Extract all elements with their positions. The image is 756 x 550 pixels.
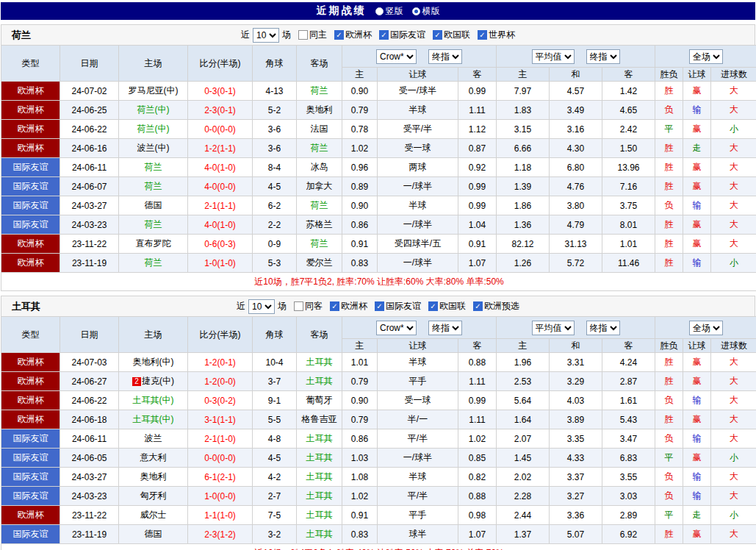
- summary-line: 近10场，胜4平2负4, 胜率:40% 让胜率:50% 大率:70% 单率:70…: [1, 544, 756, 550]
- euro-bookmaker-select[interactable]: 平均值: [532, 49, 575, 64]
- match-score: 2-3(1-2): [188, 525, 253, 544]
- home-team-name: 荷兰: [145, 257, 162, 268]
- competition-filter-nations-league[interactable]: 欧国联: [428, 300, 466, 312]
- home-team: 德国: [119, 525, 188, 544]
- asian-handicap: 受一球: [378, 139, 458, 158]
- home-team-name: 意大利: [140, 452, 167, 463]
- match-date: 23-11-19: [60, 254, 119, 273]
- asian-handicap: 两球: [378, 158, 458, 177]
- match-date: 24-06-05: [60, 449, 119, 468]
- competition-filter-friendly[interactable]: 国际友谊: [375, 300, 421, 312]
- asian-time-select[interactable]: 终指: [428, 49, 462, 64]
- match-date: 24-06-16: [60, 139, 119, 158]
- euro-away-col: 客: [602, 68, 655, 82]
- col-header-type: 类型: [1, 317, 60, 353]
- euro-draw-odds: 6.80: [550, 158, 602, 177]
- asian-away-odds: 0.99: [458, 196, 497, 215]
- competition-checkbox[interactable]: [478, 30, 487, 40]
- radio-icon[interactable]: [412, 7, 420, 15]
- col-header-score: 比分(半场): [188, 317, 253, 353]
- home-team: 荷兰(中): [119, 120, 188, 139]
- asian-bookmaker-select[interactable]: Crow*: [376, 49, 417, 64]
- asian-handicap: 受平/半: [378, 120, 458, 139]
- euro-home-odds: 1.86: [497, 196, 550, 215]
- page-title: 近期战绩: [317, 4, 367, 18]
- result-wdl: 胜: [655, 158, 683, 177]
- result-wdl: 胜: [655, 372, 683, 391]
- match-count-select[interactable]: 10: [253, 28, 279, 43]
- euro-home-odds: 82.12: [497, 235, 550, 254]
- corners-score: 2-2: [253, 215, 297, 235]
- competition-checkbox[interactable]: [428, 301, 438, 311]
- competition-checkbox[interactable]: [473, 301, 483, 311]
- result-scope-select[interactable]: 全场: [689, 321, 723, 335]
- same-venue-filter[interactable]: 同客: [294, 300, 323, 312]
- corners-score: 5-3: [253, 254, 297, 273]
- euro-away-odds: 1.61: [602, 391, 655, 410]
- home-team: 荷兰: [119, 158, 188, 177]
- euro-away-odds: 5.43: [602, 410, 655, 429]
- title-bar: 近期战绩 竖版 横版: [1, 2, 755, 20]
- layout-option-vertical[interactable]: 竖版: [375, 5, 403, 18]
- competition-filter-nations-league[interactable]: 欧国联: [433, 29, 470, 41]
- match-count-select[interactable]: 10: [248, 299, 275, 314]
- team-name: 荷兰: [12, 29, 31, 42]
- competition-filter-euro-qualifiers[interactable]: 欧洲预选: [473, 300, 519, 312]
- home-team: 荷兰(中): [119, 101, 188, 120]
- match-date: 23-11-22: [60, 506, 119, 525]
- match-type-badge: 欧洲杯: [1, 506, 60, 525]
- same-venue-checkbox[interactable]: [298, 30, 308, 40]
- corners-score: 10-4: [253, 353, 297, 372]
- match-row: 欧洲杯24-06-18土耳其(中)3-1(1-1)5-5格鲁吉亚0.79半/一1…: [1, 410, 756, 429]
- asian-handicap-col: 让球: [378, 339, 458, 353]
- euro-home-odds: 1.39: [497, 177, 550, 196]
- away-team: 土耳其: [297, 506, 342, 525]
- home-team-name: 荷兰: [145, 162, 162, 172]
- competition-filter-euro[interactable]: 欧洲杯: [334, 29, 372, 41]
- layout-option-horizontal[interactable]: 横版: [412, 5, 440, 18]
- competition-filter-euro[interactable]: 欧洲杯: [330, 300, 367, 312]
- match-score: 1-0(0-0): [188, 487, 253, 506]
- asian-time-select[interactable]: 终指: [428, 321, 462, 335]
- euro-home-odds: 1.26: [497, 254, 550, 273]
- result-goals: 大: [711, 101, 756, 120]
- same-venue-label: 同主: [309, 29, 327, 41]
- euro-bookmaker-select[interactable]: 平均值: [532, 321, 575, 335]
- filter-controls: 近 10 场 同主 欧洲杯 国际友谊 欧国联 世界杯: [241, 28, 515, 43]
- asian-bookmaker-select[interactable]: Crow*: [376, 321, 417, 335]
- euro-draw-odds: 3.16: [550, 120, 602, 139]
- euro-home-odds: 5.64: [497, 391, 550, 410]
- col-header-away: 客场: [297, 317, 342, 353]
- radio-icon[interactable]: [375, 7, 384, 15]
- result-handicap: 走: [683, 139, 711, 158]
- result-handicap: 输: [683, 254, 711, 273]
- euro-away-odds: 8.01: [602, 215, 655, 235]
- competition-checkbox[interactable]: [379, 30, 389, 40]
- euro-time-select[interactable]: 终指: [586, 321, 620, 335]
- col-header-score: 比分(半场): [188, 46, 253, 82]
- team-section-netherlands: 荷兰 近 10 场 同主 欧洲杯 国际友谊 欧国联 世界杯: [1, 24, 755, 291]
- result-goals: 大: [711, 82, 756, 101]
- match-row: 欧洲杯24-06-16波兰(中)1-2(1-1)3-6荷兰1.02受一球0.87…: [1, 139, 756, 158]
- euro-away-odds: 4.65: [602, 101, 655, 120]
- competition-label: 国际友谊: [390, 29, 425, 41]
- recent-results-table: 类型 日期 主场 比分(半场) 角球 客场 Crow* 终指 平均值 终指: [1, 45, 756, 291]
- same-venue-filter[interactable]: 同主: [298, 29, 327, 41]
- competition-checkbox[interactable]: [334, 30, 344, 40]
- corners-score: 9-1: [253, 391, 297, 410]
- same-venue-checkbox[interactable]: [294, 301, 303, 311]
- result-goals: 大: [711, 525, 756, 544]
- competition-filter-world-cup[interactable]: 世界杯: [478, 29, 515, 41]
- euro-time-select[interactable]: 终指: [586, 49, 620, 64]
- corners-score: 0-9: [253, 235, 297, 254]
- competition-checkbox[interactable]: [330, 301, 339, 311]
- result-scope-select[interactable]: 全场: [689, 49, 723, 64]
- asian-home-odds: 1.03: [342, 449, 378, 468]
- competition-checkbox[interactable]: [433, 30, 442, 40]
- match-score: 0-0(0-0): [188, 120, 253, 139]
- competition-checkbox[interactable]: [375, 301, 384, 311]
- competition-filter-friendly[interactable]: 国际友谊: [379, 29, 425, 41]
- match-date: 24-06-11: [60, 158, 119, 177]
- home-team-name: 奥地利: [140, 471, 167, 482]
- match-type-badge: 欧洲杯: [1, 353, 60, 372]
